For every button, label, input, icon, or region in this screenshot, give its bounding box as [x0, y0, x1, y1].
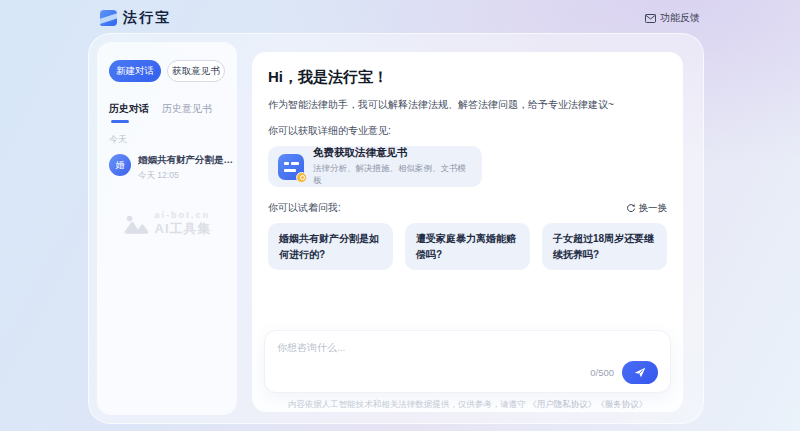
opinion-intro-label: 你可以获取详细的专业意见: [268, 124, 667, 138]
watermark: ai-bot.cn AI工具集 [109, 210, 225, 238]
logo-text: 法行宝 [123, 9, 171, 27]
get-opinion-button[interactable]: 获取意见书 [167, 60, 225, 82]
refresh-label: 换一换 [639, 202, 668, 215]
service-agreement-link[interactable]: 《服务协议》 [596, 399, 647, 409]
envelope-icon [645, 14, 656, 23]
sidebar: 新建对话 获取意见书 历史对话 历史意见书 今天 婚 婚姻共有财产分割是如何..… [97, 42, 237, 415]
question-card-1[interactable]: 婚姻共有财产分割是如何进行的? [268, 223, 393, 270]
question-card-2[interactable]: 遭受家庭暴力离婚能赔偿吗? [405, 223, 530, 270]
disclaimer: 内容依据人工智能技术和相关法律数据提供，仅供参考，请遵守 《用户隐私协议》《服务… [252, 399, 683, 411]
greeting-title: Hi，我是法行宝！ [268, 68, 667, 87]
opinion-card-title: 免费获取法律意见书 [313, 146, 472, 160]
suggest-intro-label: 你可以试着问我: [268, 201, 341, 215]
char-counter: 0/500 [590, 367, 614, 378]
new-chat-button[interactable]: 新建对话 [109, 60, 161, 82]
feedback-button[interactable]: 功能反馈 [645, 11, 700, 25]
history-item-time: 今天 12:05 [138, 170, 236, 182]
watermark-logo-icon [123, 213, 149, 235]
history-group-label: 今天 [109, 133, 225, 146]
tab-history-opinions[interactable]: 历史意见书 [162, 102, 212, 123]
feedback-label: 功能反馈 [660, 11, 700, 25]
tab-history-chats[interactable]: 历史对话 [109, 102, 149, 123]
magnifier-badge-icon [296, 172, 307, 183]
free-opinion-card[interactable]: 免费获取法律意见书 法律分析、解决措施、相似案例、文书模板 [268, 146, 482, 187]
watermark-domain: ai-bot.cn [155, 210, 212, 220]
refresh-questions-button[interactable]: 换一换 [626, 202, 668, 215]
question-card-3[interactable]: 子女超过18周岁还要继续抚养吗? [542, 223, 667, 270]
send-icon [634, 367, 646, 378]
suggested-questions: 婚姻共有财产分割是如何进行的? 遭受家庭暴力离婚能赔偿吗? 子女超过18周岁还要… [268, 223, 667, 270]
app-logo: 法行宝 [100, 9, 171, 27]
watermark-name: AI工具集 [155, 220, 212, 238]
disclaimer-text: 内容依据人工智能技术和相关法律数据提供，仅供参考，请遵守 [288, 399, 528, 409]
opinion-card-subtitle: 法律分析、解决措施、相似案例、文书模板 [313, 163, 472, 187]
opinion-document-icon [278, 154, 304, 180]
refresh-icon [626, 203, 636, 213]
logo-icon [100, 10, 117, 26]
privacy-policy-link[interactable]: 《用户隐私协议》 [528, 399, 596, 409]
send-button[interactable] [622, 361, 658, 384]
history-avatar: 婚 [109, 154, 131, 176]
composer: 0/500 [264, 330, 671, 393]
history-item[interactable]: 婚 婚姻共有财产分割是如何... 今天 12:05 [109, 154, 225, 182]
sidebar-tabs: 历史对话 历史意见书 [109, 102, 225, 123]
greeting-description: 作为智能法律助手，我可以解释法律法规、解答法律问题，给予专业法律建议~ [268, 98, 667, 112]
history-item-title: 婚姻共有财产分割是如何... [138, 154, 236, 167]
